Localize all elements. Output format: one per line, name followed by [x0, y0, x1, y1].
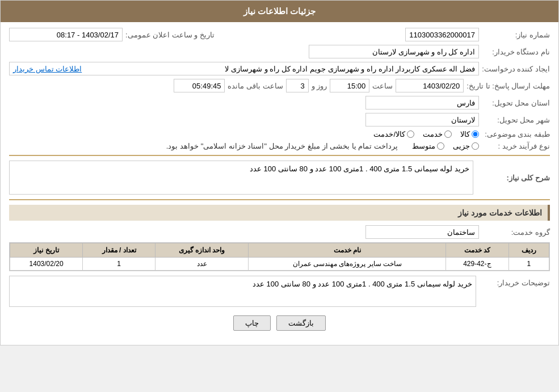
group-label: گروه خدمت: — [482, 228, 550, 237]
creator-link[interactable]: اطلاعات تماس خریدار — [13, 65, 82, 73]
divider2 — [9, 199, 550, 200]
number-value: 1103003362000017 — [405, 28, 479, 41]
col-radif: ردیف — [508, 243, 549, 258]
cell-code: ج-42-429 — [446, 258, 508, 271]
print-button[interactable]: چاپ — [233, 315, 271, 331]
purchase-type-label: نوع فرآیند خرید : — [482, 142, 550, 150]
announcement-label: تاریخ و ساعت اعلان عمومی: — [125, 31, 215, 39]
province-label: استان محل تحویل: — [482, 99, 550, 107]
purchase-label-jozei: جزیی — [453, 142, 470, 150]
city-row: شهر محل تحویل: لارستان — [9, 113, 550, 127]
description-row: شرح کلی نیاز: خرید لوله سیمانی 1.5 متری … — [9, 161, 550, 195]
purchase-type-jozei: جزیی — [453, 142, 479, 150]
creator-value-box: فضل اله عسکری کاربردار اداره راه و شهرسا… — [9, 62, 479, 75]
category-option-kala: کالا — [460, 130, 479, 138]
purchase-type-row: نوع فرآیند خرید : جزیی متوسط پرداخت تمام… — [9, 142, 550, 150]
category-radio-both[interactable] — [407, 130, 414, 138]
deadline-remaining: 05:49:45 — [174, 79, 225, 92]
deadline-days: 3 — [286, 79, 309, 92]
services-section-title: اطلاعات خدمات مورد نیاز — [9, 205, 550, 221]
city-value: لارستان — [365, 113, 479, 127]
divider1 — [9, 155, 550, 156]
category-radio-khedmat[interactable] — [444, 130, 452, 138]
description-value: خرید لوله سیمانی 1.5 متری 400 . 1متری 10… — [250, 165, 469, 173]
cell-unit: عدد — [155, 258, 249, 271]
number-row: شماره نیاز: 1103003362000017 تاریخ و ساع… — [9, 28, 550, 41]
announcement-value: 1403/02/17 - 08:17 — [9, 28, 123, 41]
buyer-row: نام دستگاه خریدار: اداره کل راه و شهرساز… — [9, 45, 550, 58]
group-row: گروه خدمت: ساختمان — [9, 225, 550, 239]
province-row: استان محل تحویل: فارس — [9, 96, 550, 109]
buyer-notes-box: خرید لوله سیمانی 1.5 متری 400 . 1متری 10… — [9, 276, 476, 307]
buyer-notes-row: توضیحات خریدار: خرید لوله سیمانی 1.5 متر… — [9, 276, 550, 307]
table-row: 1ج-42-429ساخت سایر پروژه‌های مهندسی عمرا… — [10, 258, 549, 271]
page-title: جزئیات اطلاعات نیاز — [243, 6, 316, 16]
main-content: شماره نیاز: 1103003362000017 تاریخ و ساع… — [1, 22, 558, 345]
category-option-both: کالا/خدمت — [373, 130, 414, 138]
col-code: کد خدمت — [446, 243, 508, 258]
city-label: شهر محل تحویل: — [482, 116, 550, 124]
page-wrapper: جزئیات اطلاعات نیاز شماره نیاز: 11030033… — [0, 0, 559, 345]
cell-quantity: 1 — [83, 258, 155, 271]
category-label-khedmat: خدمت — [423, 130, 443, 138]
purchase-type-radio-group: جزیی متوسط پرداخت تمام یا بخشی از مبلغ خ… — [166, 142, 479, 150]
deadline-time: 15:00 — [330, 79, 369, 92]
deadline-label: مهلت ارسال پاسخ: تا تاریخ: — [466, 82, 550, 90]
category-label: طبقه بندی موضوعی: — [482, 130, 550, 138]
purchase-type-motawaset: متوسط — [412, 142, 444, 150]
col-qty: تعداد / مقدار — [83, 243, 155, 258]
cell-name: ساخت سایر پروژه‌های مهندسی عمران — [249, 258, 446, 271]
creator-label: ایجاد کننده درخواست: — [482, 65, 550, 73]
buyer-label: نام دستگاه خریدار: — [482, 48, 550, 56]
description-box: خرید لوله سیمانی 1.5 متری 400 . 1متری 10… — [9, 161, 473, 195]
category-radio-group: کالا خدمت کالا/خدمت — [373, 130, 479, 138]
col-name: نام خدمت — [249, 243, 446, 258]
buyer-notes-value: خرید لوله سیمانی 1.5 متری 400 . 1متری 10… — [253, 280, 472, 288]
category-label-both: کالا/خدمت — [373, 130, 405, 138]
col-unit: واحد اندازه گیری — [155, 243, 249, 258]
category-label-kala: کالا — [460, 130, 470, 138]
button-row: بازگشت چاپ — [9, 315, 550, 331]
back-button[interactable]: بازگشت — [276, 315, 326, 331]
services-table: ردیف کد خدمت نام خدمت واحد اندازه گیری ت… — [10, 243, 549, 271]
province-value: فارس — [365, 96, 479, 109]
services-table-container: ردیف کد خدمت نام خدمت واحد اندازه گیری ت… — [9, 242, 550, 271]
creator-text: فضل اله عسکری کاربردار اداره راه و شهرسا… — [225, 65, 475, 73]
deadline-remaining-label: ساعت باقی مانده — [228, 82, 283, 90]
category-row: طبقه بندی موضوعی: کالا خدمت کالا/خدمت — [9, 130, 550, 138]
cell-date: 1403/02/20 — [10, 258, 83, 271]
page-header: جزئیات اطلاعات نیاز — [1, 1, 558, 22]
deadline-time-label: ساعت — [372, 82, 393, 90]
buyer-notes-label: توضیحات خریدار: — [476, 276, 550, 307]
number-label: شماره نیاز: — [482, 31, 550, 39]
deadline-date: 1403/02/20 — [396, 79, 464, 92]
creator-row: ایجاد کننده درخواست: فضل اله عسکری کاربر… — [9, 62, 550, 75]
purchase-radio-motawaset[interactable] — [437, 142, 444, 150]
deadline-day-label: روز و — [312, 82, 327, 90]
group-value: ساختمان — [365, 225, 479, 239]
deadline-row: مهلت ارسال پاسخ: تا تاریخ: 1403/02/20 سا… — [9, 79, 550, 92]
purchase-note: پرداخت تمام یا بخشی از مبلغ خریدار محل "… — [166, 142, 398, 150]
purchase-radio-jozei[interactable] — [472, 142, 479, 150]
purchase-label-motawaset: متوسط — [412, 142, 435, 150]
cell-row_num: 1 — [508, 258, 549, 271]
category-radio-kala[interactable] — [472, 130, 479, 138]
col-date: تاریخ نیاز — [10, 243, 83, 258]
description-label: شرح کلی نیاز: — [476, 174, 550, 182]
buyer-value: اداره کل راه و شهرسازی لارستان — [309, 45, 479, 58]
category-option-khedmat: خدمت — [423, 130, 452, 138]
